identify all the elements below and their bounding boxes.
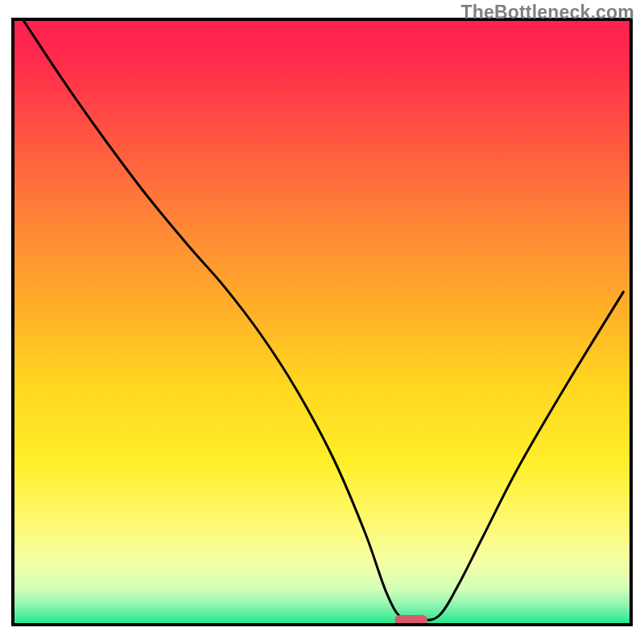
chart-canvas: TheBottleneck.com xyxy=(0,0,644,644)
plot-background xyxy=(14,21,630,623)
chart-svg xyxy=(0,0,644,644)
attribution-text: TheBottleneck.com xyxy=(460,2,634,23)
